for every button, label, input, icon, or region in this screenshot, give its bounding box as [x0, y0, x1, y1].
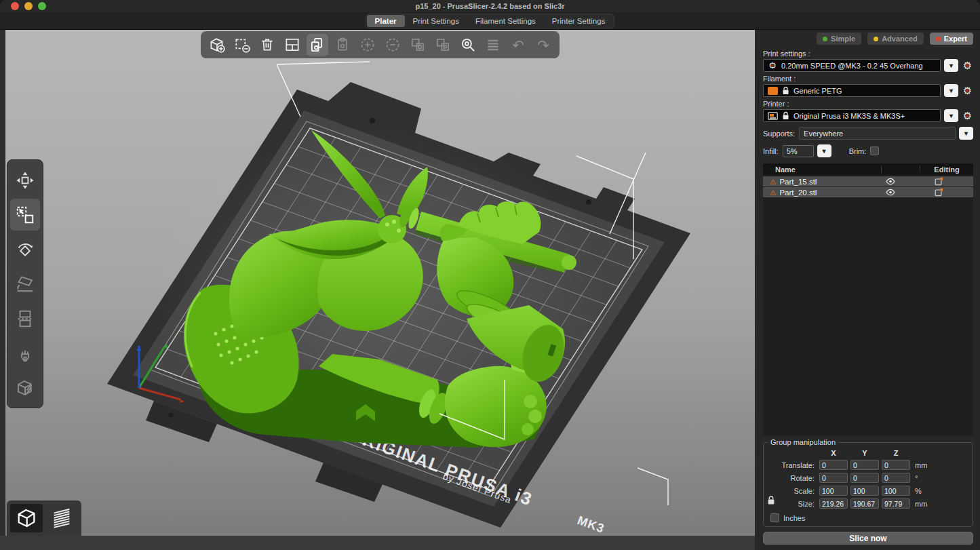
bottom-strip [0, 536, 755, 550]
size-z-input[interactable] [882, 498, 910, 509]
view-mode-switcher [7, 500, 81, 536]
support-paint-tool-icon [10, 372, 40, 404]
brim-checkbox[interactable] [870, 146, 879, 155]
edit-object-icon[interactable] [935, 177, 943, 186]
slice-now-button[interactable]: Slice now [763, 532, 973, 545]
scale-tool-icon[interactable] [10, 199, 40, 231]
visibility-eye-icon[interactable] [886, 189, 895, 196]
print-settings-gear-icon[interactable]: ⚙ [962, 60, 973, 71]
rotate-z-input[interactable] [882, 473, 910, 483]
window-title: p15_20 - PrusaSlicer-2.4.2 based on Slic… [0, 2, 980, 10]
tab-print-settings[interactable]: Print Settings [405, 15, 467, 27]
size-unit: mm [913, 500, 932, 508]
size-x-input[interactable] [819, 498, 848, 509]
remove-instance-icon [382, 34, 404, 56]
print-settings-label: Print settings : [763, 50, 973, 58]
seam-paint-tool-icon [10, 337, 40, 369]
simple-dot-icon [823, 37, 827, 41]
filament-color-swatch [768, 87, 778, 95]
delete-all-icon[interactable] [256, 34, 278, 56]
copy-icon[interactable] [307, 34, 328, 56]
move-tool-icon[interactable] [10, 164, 40, 196]
infill-select[interactable]: 5% [783, 145, 814, 157]
expert-dot-icon [936, 37, 941, 41]
axis-x-header: X [819, 449, 848, 457]
brim-label: Brim: [849, 147, 867, 155]
edit-object-icon[interactable] [935, 188, 943, 197]
supports-select[interactable]: Everywhere [799, 127, 956, 140]
supports-label: Supports: [763, 130, 795, 138]
group-manipulation-panel: Group manipulation X Y Z Translate: mm R… [763, 438, 973, 527]
filament-combo[interactable]: Generic PETG [763, 84, 941, 97]
printer-label: Printer : [763, 100, 973, 108]
advanced-dot-icon [874, 37, 878, 41]
printer-dropdown-button[interactable]: ▾ [944, 109, 958, 122]
add-instance-icon [357, 34, 378, 56]
variable-layer-height-icon [482, 34, 504, 56]
rotate-label: Rotate: [777, 474, 817, 482]
filament-gear-icon[interactable]: ⚙ [962, 85, 973, 96]
column-name: Name [775, 165, 796, 174]
top-toolbar: ↶ ↷ [201, 31, 560, 58]
3d-editor-view-icon[interactable] [10, 504, 43, 532]
rotate-unit: ° [913, 474, 932, 482]
scale-z-input[interactable] [882, 486, 910, 496]
translate-y-input[interactable] [850, 460, 879, 470]
rotate-tool-icon[interactable] [10, 233, 40, 265]
filament-label: Filament : [763, 75, 973, 83]
size-y-input[interactable] [850, 498, 879, 509]
translate-z-input[interactable] [882, 460, 910, 470]
print-settings-combo[interactable]: ⚙ 0.20mm SPEED @MK3 - 0.2 45 Overhang [763, 59, 941, 72]
3d-viewport[interactable]: ORIGINAL PRUSA i3 MK3 by Josef Prusa [5, 30, 755, 536]
mode-selector: Simple Advanced Expert [763, 33, 973, 45]
object-row-part15[interactable]: ⚠ Part_15.stl [763, 176, 973, 186]
rotate-x-input[interactable] [819, 473, 848, 483]
scale-unit: % [913, 487, 932, 495]
right-panel: Simple Advanced Expert Print settings : … [755, 30, 980, 550]
uniform-scale-lock-icon[interactable] [767, 495, 775, 505]
tab-plater[interactable]: Plater [367, 15, 405, 27]
scale-y-input[interactable] [850, 486, 879, 496]
search-icon[interactable] [457, 34, 479, 56]
left-toolbar [7, 159, 43, 408]
supports-dropdown-button[interactable]: ▾ [959, 127, 973, 140]
translate-label: Translate: [777, 461, 817, 469]
size-label: Size: [777, 500, 817, 508]
infill-label: Infill: [763, 147, 779, 155]
object-row-part20[interactable]: ⚠ Part_20.stl [763, 187, 973, 197]
tab-filament-settings[interactable]: Filament Settings [467, 15, 544, 27]
warning-icon: ⚠ [770, 178, 776, 186]
preview-view-icon[interactable] [45, 504, 78, 532]
mode-simple[interactable]: Simple [817, 33, 861, 45]
lock-icon [782, 111, 789, 120]
object-list: ⚠ Part_15.stl ⚠ Part_20.stl [763, 175, 973, 435]
object-name: Part_15.stl [779, 178, 817, 186]
object-list-header: Name Editing [763, 163, 973, 175]
titlebar: p15_20 - PrusaSlicer-2.4.2 based on Slic… [0, 0, 980, 12]
add-object-icon[interactable] [206, 34, 228, 56]
rotate-y-input[interactable] [850, 473, 879, 483]
arrange-icon[interactable] [281, 34, 303, 56]
lock-icon [782, 86, 789, 95]
delete-object-icon[interactable] [231, 34, 253, 56]
printer-gear-icon[interactable]: ⚙ [962, 110, 973, 121]
cut-tool-icon [10, 302, 40, 334]
printer-icon [768, 112, 778, 120]
tab-printer-settings[interactable]: Printer Settings [544, 15, 614, 27]
scale-x-input[interactable] [819, 486, 848, 496]
print-settings-dropdown-button[interactable]: ▾ [944, 59, 958, 72]
place-on-face-tool-icon [10, 268, 40, 300]
infill-dropdown-button[interactable]: ▾ [817, 144, 831, 157]
object-name: Part_20.stl [779, 189, 817, 197]
inches-checkbox[interactable] [770, 513, 779, 522]
scale-label: Scale: [777, 487, 817, 495]
tab-strip: Plater Print Settings Filament Settings … [0, 12, 980, 30]
split-parts-icon [432, 34, 454, 56]
mode-expert[interactable]: Expert [930, 33, 973, 45]
column-editing: Editing [920, 165, 973, 174]
filament-dropdown-button[interactable]: ▾ [944, 84, 958, 97]
mode-advanced[interactable]: Advanced [867, 33, 924, 45]
visibility-eye-icon[interactable] [886, 178, 895, 185]
translate-x-input[interactable] [819, 460, 848, 470]
printer-combo[interactable]: Original Prusa i3 MK3S & MK3S+ [763, 109, 941, 122]
